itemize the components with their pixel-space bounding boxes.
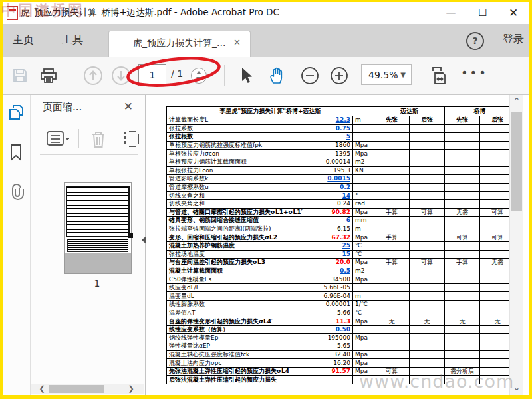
- table-row: 混凝土轴心抗压强度标准值fck32.40Mpa: [167, 350, 511, 359]
- table-cell: 90.82: [321, 208, 353, 217]
- table-cell: [445, 241, 480, 250]
- table-cell: [445, 376, 480, 384]
- table-cell: 线应变dL/L: [167, 283, 321, 292]
- table-cell: 91.57: [321, 367, 353, 376]
- previous-page-icon[interactable]: [80, 57, 106, 94]
- table-cell: [445, 267, 480, 275]
- table-cell: [445, 325, 480, 334]
- attachments-panel-icon[interactable]: [8, 184, 25, 201]
- table-row: 计算截面长度L12.3m先张后张先张后张: [167, 116, 511, 125]
- table-row: 与管道、锚圈口摩擦引起的预应力损失σL1+σL1′90.82Mpa手算可算无需可…: [167, 208, 511, 217]
- table-cell: [480, 225, 510, 233]
- table-cell: [374, 158, 410, 166]
- tab-close-icon[interactable]: ✕: [233, 37, 241, 47]
- h-scrollbar-thumb[interactable]: [49, 385, 104, 393]
- table-cell: 0.24: [321, 200, 353, 208]
- print-icon[interactable]: [37, 57, 61, 94]
- table-cell: 无: [374, 317, 410, 326]
- toolbar-divider: [68, 65, 68, 86]
- table-cell: [480, 350, 510, 359]
- table-row: 与台座间温差引起的预应力损失σL320.0Mpa手算可算手算无需: [167, 259, 511, 267]
- selection-handle[interactable]: [128, 233, 133, 238]
- table-cell: [374, 325, 410, 334]
- hand-tool-icon[interactable]: [264, 57, 291, 94]
- tab-tools[interactable]: 工具: [62, 33, 83, 47]
- table-cell: 16.20: [321, 359, 353, 368]
- thumbnail-table-preview: [67, 239, 128, 252]
- table-cell: [374, 217, 410, 225]
- table-cell: 无需: [480, 259, 510, 267]
- v-scrollbar[interactable]: ⌃ ⌄: [509, 94, 523, 395]
- zoom-in-icon[interactable]: [327, 57, 352, 94]
- table-cell: [480, 283, 510, 292]
- panel-h-scrollbar[interactable]: ❮ ❯: [31, 384, 144, 394]
- table-cell: 弹性模量比αEP: [167, 342, 321, 351]
- scroll-up-icon[interactable]: ⌃: [510, 96, 523, 107]
- scroll-left-icon[interactable]: ❮: [37, 384, 47, 394]
- table-cell: [374, 124, 410, 133]
- tab-document[interactable]: 虎_预应力损失计算_... ✕: [108, 31, 251, 57]
- table-cell: 可算: [445, 233, 480, 242]
- table-cell: [445, 158, 480, 166]
- table-header-row: 李星虎"预应力损失计算"桥博+迈达斯 迈达斯 桥博: [167, 107, 511, 116]
- table-cell: 与台座间温差引起的预应力损失σL3: [167, 259, 321, 267]
- login-button[interactable]: 登录: [503, 33, 524, 47]
- delete-page-icon[interactable]: [89, 129, 108, 149]
- table-cell: [480, 309, 510, 317]
- select-tool-icon[interactable]: [235, 57, 259, 94]
- table-cell: 20.0: [321, 259, 353, 267]
- table-cell: [374, 359, 410, 368]
- tab-home[interactable]: 主页: [13, 33, 34, 47]
- more-tools-icon[interactable]: •••: [461, 66, 488, 80]
- table-cell: [374, 334, 410, 342]
- table-cell: 67.32: [321, 233, 353, 242]
- table-row: 单根预应力钢筋抗拉强度标准值fpk1860Mpa: [167, 141, 511, 150]
- scroll-down-icon[interactable]: ⌄: [510, 382, 523, 394]
- table-cell: ℃: [353, 250, 374, 259]
- table-cell: Mpa: [353, 208, 374, 217]
- table-cell: 195.3: [321, 166, 353, 175]
- table-cell: [374, 309, 410, 317]
- table-cell: 切线夹角之和: [167, 200, 321, 208]
- table-cell: [410, 217, 445, 225]
- table-cell: [410, 301, 445, 309]
- nav-icon-strip: [3, 94, 31, 395]
- document-page: 李星虎"预应力损失计算"桥博+迈达斯 迈达斯 桥博 计算截面长度L12.3m先张…: [146, 94, 510, 395]
- panel-close-icon[interactable]: ✕: [124, 100, 133, 113]
- table-cell: 手算: [445, 259, 480, 267]
- tab-bar: 主页 工具 虎_预应力损失计算_... ✕ ? 登录: [3, 24, 529, 57]
- pdf-file-icon: [7, 6, 18, 20]
- fit-width-icon[interactable]: [426, 57, 453, 94]
- page-thumbnails-panel-icon[interactable]: [8, 104, 25, 121]
- table-cell: m: [353, 292, 374, 301]
- maximize-button[interactable]: ☐: [468, 2, 497, 24]
- v-scrollbar-thumb[interactable]: [511, 112, 522, 211]
- save-icon[interactable]: [9, 57, 31, 94]
- bookmarks-panel-icon[interactable]: [8, 144, 25, 161]
- table-cell: 5.66: [321, 309, 353, 317]
- page-thumbnail[interactable]: [64, 182, 132, 274]
- table-cell: [374, 175, 410, 184]
- table-cell: [480, 175, 510, 184]
- table-cell: [445, 133, 480, 142]
- table-cell: [374, 166, 410, 175]
- zoom-level-select[interactable]: 49.5% ▼: [361, 64, 412, 85]
- table-cell: 6: [321, 217, 353, 225]
- minimize-button[interactable]: —: [436, 2, 466, 24]
- table-cell: 1395: [321, 150, 353, 158]
- table-row: 张拉端至锚固端之间的距离l(两端张拉)6.15m: [167, 225, 511, 233]
- close-button[interactable]: ✕: [499, 2, 528, 24]
- insert-page-icon[interactable]: [122, 129, 142, 149]
- table-cell: 12.3: [321, 116, 353, 125]
- table-cell: 0.00001: [321, 301, 353, 309]
- table-cell: 1/℃: [353, 301, 374, 309]
- table-cell: m2: [353, 267, 374, 275]
- help-icon[interactable]: ?: [466, 32, 484, 50]
- scroll-right-icon[interactable]: ❯: [126, 384, 136, 394]
- zoom-out-icon[interactable]: [297, 57, 323, 94]
- table-cell: [480, 183, 510, 192]
- table-cell: 手算: [374, 259, 410, 267]
- thumbnail-options-icon[interactable]: [47, 130, 69, 148]
- table-cell: [374, 183, 410, 192]
- table-group-qiaobo: 桥博: [445, 107, 510, 116]
